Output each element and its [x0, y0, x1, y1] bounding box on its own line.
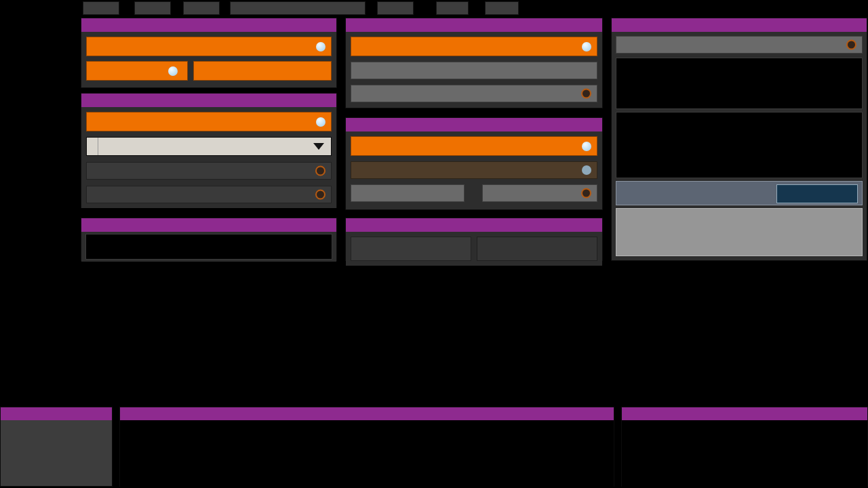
rds-panel [345, 117, 603, 210]
output-oscilloscope [364, 422, 612, 488]
rds-ps-display [776, 184, 858, 203]
toolbar [81, 1, 519, 15]
now-playing-bar [616, 181, 863, 205]
composite-limiter-overdrive[interactable] [351, 237, 471, 261]
led-indicator [316, 42, 326, 52]
general-panel [81, 18, 337, 88]
panel-title [612, 18, 867, 32]
output-signal-panel [611, 18, 867, 261]
panel-title [622, 407, 867, 420]
input-output-panel [119, 407, 614, 487]
led-indicator [582, 142, 591, 151]
led-indicator [315, 190, 326, 200]
output-spectrum-display [616, 58, 863, 109]
panel-title [1, 407, 112, 420]
rf-spectrum-display [85, 234, 332, 260]
lowpass-frequency-button[interactable] [193, 61, 332, 81]
levels-meter [1, 420, 112, 486]
panel-title [81, 18, 336, 32]
lowpass-button[interactable] [86, 61, 188, 81]
bypass-button[interactable] [485, 1, 519, 15]
quadrature-button[interactable] [482, 184, 597, 202]
help-button[interactable] [436, 1, 469, 15]
panel-title [120, 407, 614, 420]
levels-panel [0, 407, 113, 487]
sca-input-button[interactable] [351, 161, 597, 179]
led-indicator [582, 165, 591, 175]
about-button[interactable] [377, 1, 414, 15]
rds-volume-slider[interactable] [351, 184, 465, 202]
panel-title [346, 18, 602, 32]
panel-title [81, 218, 336, 232]
save-button[interactable] [183, 1, 220, 15]
nonphase-deemphasis-button[interactable] [86, 186, 332, 203]
input-oscilloscope [121, 422, 363, 488]
pilot-volume-slider[interactable] [351, 62, 597, 79]
stereo-panel [345, 18, 603, 108]
preset-name-field[interactable] [230, 1, 366, 15]
panel-title [346, 218, 602, 232]
preemphasize-output-button[interactable] [86, 162, 332, 180]
app-window [0, 0, 868, 488]
led-indicator [315, 166, 326, 176]
panel-title [81, 94, 336, 107]
led-indicator [581, 89, 591, 99]
panel-title [346, 118, 602, 131]
preemp-panel [81, 93, 337, 208]
preemphasis-time-dropdown[interactable] [86, 137, 332, 156]
encode-rds-button[interactable] [351, 136, 597, 156]
empty-display-area [616, 208, 863, 256]
led-indicator [846, 40, 856, 50]
output-waveform-display [616, 112, 863, 178]
encode-stereo-button[interactable] [351, 37, 597, 56]
led-indicator [581, 188, 591, 199]
reset-button[interactable] [83, 1, 119, 15]
led-indicator [316, 117, 326, 127]
dropdown-value [98, 138, 307, 155]
preemphasis-button[interactable] [86, 112, 332, 131]
mpx-spectrum-display [622, 420, 867, 488]
led-indicator [582, 42, 591, 52]
drive-empty-box [477, 237, 597, 261]
force-composite-button[interactable] [616, 36, 863, 54]
drive-panel [345, 218, 603, 261]
enabled-button[interactable] [86, 37, 332, 56]
meters-row [0, 306, 868, 404]
chevron-down-icon [313, 143, 324, 150]
load-button[interactable] [134, 1, 171, 15]
dropdown-label [87, 138, 98, 155]
polar-stereo-button[interactable] [351, 85, 597, 102]
rf-spectrum-panel [81, 218, 337, 261]
led-indicator [168, 66, 178, 76]
mpx-panel [621, 407, 868, 487]
